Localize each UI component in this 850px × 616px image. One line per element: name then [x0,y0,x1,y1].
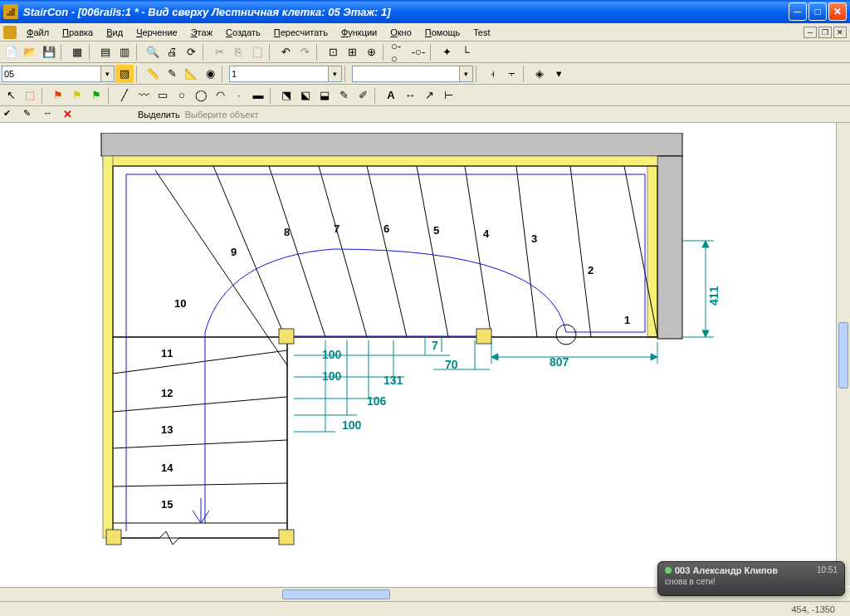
svg-line-14 [269,166,325,337]
edit2-button[interactable]: ✐ [354,86,372,105]
redo-button[interactable]: ↷ [296,43,314,61]
close-button[interactable]: ✕ [828,2,847,21]
step-label-6: 6 [383,222,389,235]
ruler-button[interactable]: 📐 [182,65,200,83]
point-button[interactable]: · [230,86,248,105]
toolbar-layers: ▾ ▨ 📏 ✎ 📐 ◉ ▾ ▾ ⫞ ⫟ ◈ ▾ [0,63,850,85]
mdi-minimize-button[interactable]: ─ [804,27,817,38]
drawing-canvas[interactable]: 1 2 3 4 5 6 7 8 9 10 11 12 13 14 15 411 … [2,125,834,585]
cmd-check-icon[interactable]: ✔ [3,108,18,121]
menu-recalc[interactable]: Пересчитать [267,26,335,39]
list-button[interactable]: ▤ [96,43,115,61]
select-obj-button[interactable]: ⬚ [21,86,39,105]
dim-100b: 100 [322,369,341,383]
refresh-button[interactable]: ⟳ [182,43,200,61]
notification-toast[interactable]: 003 Александр Клипов 10:51 снова в сети! [657,561,845,596]
menu-draw[interactable]: Черчение [129,26,184,39]
tape-button[interactable]: 📏 [144,65,162,83]
menu-edit[interactable]: Правка [56,26,100,39]
zoom-extents-button[interactable]: ⊡ [324,43,342,61]
arrow-down-icon[interactable]: ▾ [550,65,568,83]
vertical-scrollbar[interactable] [836,123,850,586]
dim-7: 7 [432,339,438,352]
undo-button[interactable]: ↶ [276,43,295,61]
paste-button[interactable]: 📋 [248,43,266,61]
stair2-button[interactable]: ⬕ [296,86,315,105]
menu-create[interactable]: Создать [219,26,267,39]
snap-center-button[interactable]: ✦ [437,43,456,61]
align-left-button[interactable]: ⫞ [483,65,501,83]
align-top-button[interactable]: ⫟ [502,65,520,83]
prompt-label: Выделить [138,110,180,120]
rect-button[interactable]: ▭ [154,86,172,105]
save-button[interactable]: 💾 [40,43,58,61]
stair1-button[interactable]: ⬔ [277,86,296,105]
svg-line-8 [570,166,591,337]
status-coords: 454, -1350 [791,604,845,614]
dim-button[interactable]: ↔ [401,86,419,105]
cmd-edit-icon[interactable]: ✎ [23,108,38,121]
layer-combo-dropdown[interactable]: ▾ [101,66,115,82]
edit-button[interactable]: ✎ [335,86,353,105]
ortho-button[interactable]: └ [457,43,475,61]
style-combo-dropdown[interactable]: ▾ [460,66,473,82]
circle2-button[interactable]: ◯ [192,86,210,105]
step-label-1: 1 [624,314,630,326]
pencil-button[interactable]: ✎ [163,65,181,83]
svg-line-15 [213,166,288,345]
text-button[interactable]: A [382,86,400,105]
snap-endpoint-button[interactable]: ○-○ [390,43,408,61]
fill-button[interactable]: ◉ [201,65,219,83]
window-title: StairCon - [006rails:1 * - Вид сверху Ле… [23,6,789,18]
print-button[interactable]: 🖨 [163,43,181,61]
menu-file[interactable]: Файл [20,26,56,39]
polyline-button[interactable]: 〰 [134,86,153,105]
menu-window[interactable]: Окно [383,26,418,39]
style-combo[interactable] [352,66,460,82]
line-button[interactable]: ╱ [115,86,134,105]
menu-help[interactable]: Помощь [418,26,467,39]
dim2-button[interactable]: ↗ [420,86,438,105]
3d-button[interactable]: ◈ [530,65,549,83]
cmd-dim-icon[interactable]: ↔ [43,108,58,121]
dim3-button[interactable]: ⊢ [439,86,457,105]
step-label-13: 13 [161,423,173,436]
menu-functions[interactable]: Функции [335,26,383,39]
new-button[interactable]: 📄 [2,43,20,61]
cut-button[interactable]: ✂ [210,43,228,61]
minimize-button[interactable]: ─ [789,2,807,21]
grid-button[interactable]: ▦ [68,43,86,61]
dim-70: 70 [445,358,458,371]
online-dot-icon [665,567,672,574]
copy-button[interactable]: ⎘ [229,43,247,61]
print-preview-button[interactable]: 🔍 [144,43,162,61]
layer-combo[interactable] [2,66,101,82]
flag-green-button[interactable]: ⚑ [87,86,105,105]
arc-button[interactable]: ◠ [211,86,229,105]
mdi-restore-button[interactable]: ❐ [818,27,832,38]
svg-rect-5 [113,166,657,337]
layer-btn-1[interactable]: ▨ [115,65,134,83]
circle-button[interactable]: ○ [173,86,191,105]
flag-red-button[interactable]: ⚑ [49,86,67,105]
mdi-close-button[interactable]: ✕ [833,27,847,38]
wall-button[interactable]: ▬ [249,86,267,105]
linetype-combo[interactable] [229,66,329,82]
maximize-button[interactable]: □ [808,2,827,21]
menu-floor[interactable]: Этаж [184,26,219,39]
open-button[interactable]: 📂 [21,43,39,61]
menu-view[interactable]: Вид [100,26,129,39]
toolbar-draw: ↖ ⬚ ⚑ ⚑ ⚑ ╱ 〰 ▭ ○ ◯ ◠ · ▬ ⬔ ⬕ ⬓ ✎ ✐ A ↔ … [0,85,850,106]
cmd-cancel-icon[interactable]: ✕ [63,108,78,121]
select-button[interactable]: ↖ [2,86,20,105]
flag-yellow-button[interactable]: ⚑ [68,86,86,105]
linetype-combo-dropdown[interactable]: ▾ [329,66,342,82]
svg-line-16 [155,170,287,365]
menu-test[interactable]: Test [467,26,496,39]
props-button[interactable]: ▥ [115,43,134,61]
snap-mid-button[interactable]: -○- [409,43,427,61]
zoom-window-button[interactable]: ⊞ [343,43,361,61]
step-label-15: 15 [161,498,173,511]
stair3-button[interactable]: ⬓ [315,86,334,105]
zoom-in-button[interactable]: ⊕ [362,43,380,61]
